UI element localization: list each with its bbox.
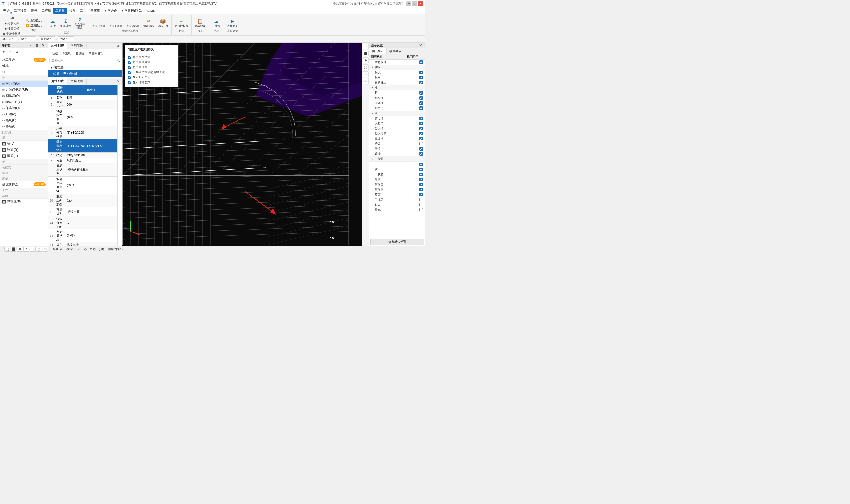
status-expand[interactable]: ⤡ xyxy=(42,247,49,252)
status-rect-select[interactable]: ⬚ xyxy=(4,247,10,252)
props-close-icon[interactable]: ✕ xyxy=(115,78,121,84)
nav-beam-E[interactable]: 🔲 圈梁(E) xyxy=(0,153,48,159)
display-dark-beam[interactable]: 暗梁 xyxy=(369,141,425,146)
display-lintel[interactable]: 过梁 xyxy=(369,202,425,207)
nav-shear-wall[interactable]: ▭ 剪力墙(Q) xyxy=(0,80,48,87)
nav-home-icon[interactable]: ⌂ xyxy=(7,49,13,55)
status-grid[interactable]: ⊞ xyxy=(36,247,42,252)
display-door-window-combo[interactable]: 门联窗 xyxy=(369,172,425,177)
menu-igms[interactable]: IGMS xyxy=(145,8,157,13)
legality-check-button[interactable]: ✓ 合法性检查 xyxy=(173,17,190,29)
edit-rebar-button[interactable]: ✏ 编辑钢筋 xyxy=(142,17,155,29)
checkbox-horizontal[interactable] xyxy=(128,56,131,59)
checkbox-formula[interactable] xyxy=(128,81,131,84)
menu-collab-free[interactable]: 协同建模(限免) xyxy=(119,8,145,14)
checkbox-wall-hole[interactable] xyxy=(420,178,423,181)
checkbox-curtain-wall-display[interactable] xyxy=(420,152,423,156)
status-box-select[interactable]: ⬛ xyxy=(11,247,17,252)
nav-masonry-wall[interactable]: ▭ 砌体墙(Q) xyxy=(0,93,48,99)
cloud-indicator-button[interactable]: ☁ 云指标 xyxy=(211,17,222,29)
checkbox-door[interactable] xyxy=(420,162,423,166)
nav-insulation-wall[interactable]: ▭ 保温墙(Q) xyxy=(0,105,48,111)
checkbox-aux-axisline[interactable] xyxy=(420,81,423,84)
nav-curtain-wall[interactable]: ▭ 幕墙(Q) xyxy=(0,123,48,129)
checkbox-column[interactable] xyxy=(420,91,423,95)
checkbox-strip-window[interactable] xyxy=(420,183,423,186)
view-icon-6[interactable]: ⚙ xyxy=(363,78,369,84)
checkbox-dark-beam[interactable] xyxy=(420,142,423,145)
nav-column[interactable]: 柱 xyxy=(0,69,48,75)
find-element-button[interactable]: 🔍 查找图元 xyxy=(25,18,43,23)
display-wall-hole[interactable]: 墙洞 xyxy=(369,177,425,182)
attr-select-button[interactable]: ≡ 按属性选择 xyxy=(2,31,21,36)
checkbox-insulation[interactable] xyxy=(420,137,423,140)
view-icon-2[interactable]: ⬛ xyxy=(363,51,369,56)
status-measure[interactable]: ↔ xyxy=(30,247,36,252)
select-button[interactable]: ↖ 选择 xyxy=(6,9,18,20)
restore-default-button[interactable]: 恢复默认设置 xyxy=(370,239,424,245)
display-wall-col[interactable]: 墙垛 xyxy=(369,146,425,151)
more-options-icon[interactable]: ⋯ xyxy=(115,50,121,56)
calc-summary-button[interactable]: Σ 汇总计算 xyxy=(59,17,73,29)
checkbox-row-other[interactable]: 显示其它图元 xyxy=(128,75,174,80)
display-box-window[interactable]: 箱窗 xyxy=(369,192,425,197)
menu-quantity[interactable]: 工程量 xyxy=(39,8,53,14)
section-door-window[interactable]: ▼ 门窗洞 xyxy=(369,156,425,162)
display-axis-grid[interactable]: 轴网 xyxy=(369,75,425,80)
display-shear-wall[interactable]: 剪力墙 xyxy=(369,116,425,121)
display-masonry-add-display[interactable]: 砌体加筋 xyxy=(369,131,425,136)
checkbox-row-extend[interactable]: 下层墙体从筋的露出长度 xyxy=(128,70,174,75)
section-wall[interactable]: ▼ 墙 xyxy=(369,111,425,116)
nav-beam-G[interactable]: 🔲 连梁(G) xyxy=(0,147,48,153)
display-door[interactable]: 门 xyxy=(369,162,425,167)
nav-foundation-beam[interactable]: 🔲 基础线(F) xyxy=(0,199,48,205)
search-component-input[interactable] xyxy=(50,58,116,63)
checkbox-civil-wall-display[interactable] xyxy=(420,122,423,125)
nav-list-icon[interactable]: ≡ xyxy=(28,42,33,49)
menu-tools[interactable]: 工具 xyxy=(78,8,88,14)
display-struct-column[interactable]: 构造柱 xyxy=(369,95,425,101)
delete-component-button[interactable]: 🗑 删除 xyxy=(74,51,86,56)
checkbox-door-window-combo[interactable] xyxy=(420,173,423,176)
nav-masonry-add[interactable]: ≡ 砌体加筋(Y) xyxy=(0,99,48,105)
display-masonry-column[interactable]: 砌体柱 xyxy=(369,101,425,106)
filter-element-button[interactable]: 🔽 过滤图元 xyxy=(25,23,43,28)
tab-props-list[interactable]: 属性列表 xyxy=(48,78,67,85)
status-angle[interactable]: ∠ xyxy=(23,247,29,252)
floor-copy-button[interactable]: ⧉ 层间复制 xyxy=(88,51,105,56)
cloud-summary-button[interactable]: ☁ 云汇总 xyxy=(47,17,58,29)
rebar-3d-button[interactable]: 📦 钢筋三维 xyxy=(156,17,170,29)
display-insulation[interactable]: 保温墙 xyxy=(369,136,425,141)
checkbox-extend[interactable] xyxy=(128,71,131,74)
checkbox-lintel[interactable] xyxy=(420,203,423,206)
nav-axisline[interactable]: 轴线 xyxy=(0,63,48,69)
nav-shigong[interactable]: 施工段合 免费试用 xyxy=(0,57,48,63)
display-axisline[interactable]: 轴线 xyxy=(369,70,425,75)
view-icon-1[interactable]: ⬚ xyxy=(363,43,369,50)
tab-floor-display[interactable]: 楼层显示 xyxy=(387,49,404,54)
tab-drawing-management[interactable]: 图纸管理 xyxy=(67,42,87,49)
menu-view[interactable]: 视图 xyxy=(67,8,78,14)
display-window[interactable]: 窗 xyxy=(369,167,425,172)
checkbox-axis-grid[interactable] xyxy=(420,76,423,79)
display-tiger-window[interactable]: 老虎窗 xyxy=(369,197,425,202)
display-strip-hole[interactable]: 带形洞 xyxy=(369,187,425,192)
section-axisline[interactable]: ▼ 轴线 xyxy=(369,65,425,70)
nav-foundation-support[interactable]: 基坑支护合 免费试用 xyxy=(0,181,48,187)
display-settings-close-icon[interactable]: ✕ xyxy=(418,42,423,49)
section-column[interactable]: ▼ 柱 xyxy=(369,85,425,90)
checkbox-constraint[interactable] xyxy=(420,106,423,110)
display-masonry-wall[interactable]: 砌体墙 xyxy=(369,126,425,131)
checkbox-all-components[interactable] xyxy=(420,60,423,64)
display-all-components[interactable]: 所有构件 xyxy=(369,59,425,65)
checkbox-stirrup[interactable] xyxy=(128,66,131,69)
menu-cloud[interactable]: 云应用 xyxy=(88,8,102,14)
menu-engineering[interactable]: 工程量 xyxy=(53,8,67,14)
display-civil-wall[interactable]: 人防门... xyxy=(369,121,425,126)
wall-type-dropdown[interactable]: 剪力墙 ▼ xyxy=(39,36,55,41)
menu-collab[interactable]: 协同合作 xyxy=(102,8,119,14)
checkbox-struct-column[interactable] xyxy=(420,96,423,100)
checkbox-window[interactable] xyxy=(420,167,423,171)
checkbox-masonry-column[interactable] xyxy=(420,101,423,105)
nav-prev-icon[interactable]: ◀ xyxy=(14,49,20,55)
